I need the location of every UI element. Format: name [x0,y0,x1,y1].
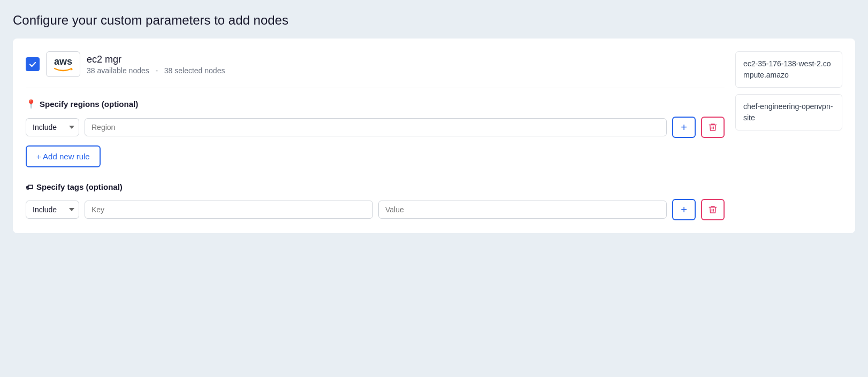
provider-checkbox[interactable] [26,57,40,71]
regions-label: 📍 Specify regions (optional) [26,99,725,109]
aws-logo: aws [46,51,80,77]
add-new-rule-button[interactable]: + Add new rule [26,145,101,167]
provider-info: ec2 mgr 38 available nodes - 38 selected… [87,54,225,75]
tags-rule-row: Include Exclude + [26,199,725,220]
section-divider [26,88,725,88]
tag-key-input[interactable] [85,201,373,219]
regions-add-button[interactable]: + [672,117,696,138]
regions-rule-row: Include Exclude + [26,117,725,138]
page-title: Configure your custom parameters to add … [13,13,855,28]
provider-stats: 38 available nodes - 38 selected nodes [87,66,225,75]
provider-row: aws ec2 mgr 38 available nodes - 38 sele… [26,51,725,77]
left-panel: aws ec2 mgr 38 available nodes - 38 sele… [26,51,725,220]
main-card: aws ec2 mgr 38 available nodes - 38 sele… [13,39,855,233]
regions-delete-button[interactable] [701,117,725,138]
aws-text: aws [54,57,72,66]
node-card-2: chef-engineering-openvpn-site [735,94,842,130]
tags-delete-button[interactable] [701,199,725,220]
tags-include-select[interactable]: Include Exclude [26,201,79,219]
right-panel: ec2-35-176-138-west-2.compute.amazo chef… [735,51,842,220]
provider-name: ec2 mgr [87,54,225,65]
tag-value-input[interactable] [378,201,667,219]
node-card-1: ec2-35-176-138-west-2.compute.amazo [735,51,842,88]
tags-label: 🏷 Specify tags (optional) [26,182,725,191]
regions-include-select[interactable]: Include Exclude [26,118,79,136]
location-icon: 📍 [26,99,36,109]
tag-icon: 🏷 [26,183,33,191]
tags-add-button[interactable]: + [672,199,696,220]
region-input[interactable] [85,118,667,136]
